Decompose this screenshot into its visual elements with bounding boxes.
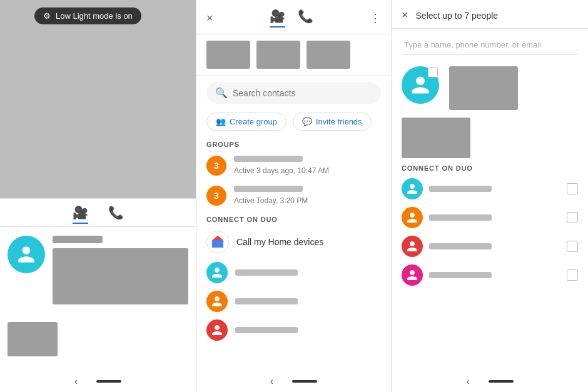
- home-devices-row[interactable]: Call my Home devices: [196, 226, 391, 258]
- p2-tabs: 🎥 📞: [223, 9, 360, 28]
- contact-avatar-1: [206, 262, 228, 283]
- search-placeholder-text: Type a name, phone number, or email: [402, 40, 541, 49]
- nav-back[interactable]: ‹: [466, 376, 469, 387]
- search-input[interactable]: [233, 88, 372, 98]
- p1-contact-row: [0, 319, 196, 359]
- tab-phone[interactable]: 📞: [298, 9, 313, 28]
- p3-contact-avatar-3: [402, 236, 423, 257]
- p3-contact-row-1[interactable]: [392, 174, 588, 203]
- p1-name-bar: [53, 236, 103, 243]
- p1-content: [0, 227, 196, 319]
- close-button[interactable]: ×: [402, 9, 408, 22]
- contact-name-2: [429, 214, 492, 221]
- close-button[interactable]: ×: [206, 12, 213, 25]
- p3-nav: ‹: [392, 376, 588, 387]
- contact-name-block-3: [429, 243, 560, 249]
- avatar-checkbox[interactable]: [428, 68, 438, 78]
- contact-name-2: [235, 298, 298, 304]
- group-badge-1: 3: [206, 156, 226, 176]
- contact-avatar-2: [206, 291, 228, 312]
- p2-actions: 👥 Create group 💬 Invite friends: [196, 110, 391, 137]
- p2-contact-thumbs: [196, 34, 391, 76]
- panel-mid: × 🎥 📞 ⋮ 🔍 👥 Create group 💬 Invite friend…: [196, 0, 392, 392]
- nav-back[interactable]: ‹: [74, 376, 78, 387]
- group-time-1: Active 3 days ago, 10:47 AM: [234, 166, 329, 175]
- more-menu-button[interactable]: ⋮: [370, 11, 381, 25]
- connect-section-label: CONNECT ON DUO: [196, 211, 391, 226]
- panel-title: Select up to 7 people: [416, 11, 499, 21]
- p1-tabs: 🎥 📞: [0, 199, 196, 227]
- phone-icon: 📞: [108, 205, 124, 220]
- contact-name-4: [429, 272, 492, 278]
- group-time-2: Active Today, 3:20 PM: [234, 196, 308, 205]
- search-bar[interactable]: Type a name, phone number, or email: [402, 35, 578, 55]
- p1-contact-thumb: [8, 322, 58, 356]
- contact-thumb-1: [206, 41, 250, 69]
- tab-phone[interactable]: 📞: [108, 205, 124, 224]
- video-icon: 🎥: [73, 205, 88, 220]
- preview-image-1: [449, 66, 518, 110]
- low-light-label: Low Light mode is on: [56, 11, 133, 21]
- group-info-2: Active Today, 3:20 PM: [234, 186, 381, 206]
- video-icon: 🎥: [270, 9, 285, 24]
- connect-section-label: CONNECT ON DUO: [392, 161, 588, 174]
- contact-row-1[interactable]: [196, 258, 391, 287]
- selected-area: [392, 61, 588, 115]
- create-group-icon: 👥: [216, 117, 226, 126]
- contact-name-3: [235, 327, 298, 333]
- contact-name-1: [429, 186, 492, 192]
- tab-video[interactable]: 🎥: [270, 9, 285, 28]
- p1-img-block: [53, 248, 188, 304]
- p3-contact-row-2[interactable]: [392, 203, 588, 232]
- avatar: [8, 236, 45, 273]
- contact-thumb-2: [256, 41, 300, 69]
- low-light-badge: ⚙ Low Light mode is on: [34, 8, 141, 24]
- group-info-1: Active 3 days ago, 10:47 AM: [234, 156, 381, 176]
- gear-icon: ⚙: [43, 11, 51, 21]
- nav-pill: [489, 380, 514, 383]
- tab-video[interactable]: 🎥: [73, 205, 88, 224]
- invite-friends-button[interactable]: 💬 Invite friends: [293, 113, 372, 131]
- group-row-1[interactable]: 3 Active 3 days ago, 10:47 AM: [196, 151, 391, 181]
- contact-checkbox-3[interactable]: [567, 241, 578, 252]
- p1-right: [53, 236, 188, 311]
- contact-checkbox-4[interactable]: [567, 269, 578, 281]
- nav-pill: [292, 380, 317, 383]
- panel-left: ⚙ Low Light mode is on 🎥 📞 ‹: [0, 0, 196, 392]
- invite-friends-label: Invite friends: [316, 117, 362, 126]
- search-icon: 🔍: [215, 87, 228, 99]
- contact-name-block-1: [429, 186, 560, 192]
- contact-thumb-3: [307, 41, 350, 69]
- nav-back[interactable]: ‹: [270, 376, 273, 387]
- contact-name-1: [235, 269, 298, 276]
- panel-right: × Select up to 7 people Type a name, pho…: [392, 0, 588, 392]
- contact-row-2[interactable]: [196, 287, 391, 316]
- groups-section-label: GROUPS: [196, 137, 391, 151]
- p3-contact-avatar-2: [402, 207, 423, 228]
- p2-nav: ‹: [196, 376, 391, 387]
- phone-icon: 📞: [298, 9, 313, 24]
- preview-image-2: [402, 118, 470, 158]
- panel-left-bottom: 🎥 📞 ‹: [0, 198, 196, 392]
- p1-nav: ‹: [0, 376, 196, 387]
- create-group-button[interactable]: 👥 Create group: [206, 113, 286, 131]
- nav-pill: [96, 380, 121, 383]
- p3-contact-avatar-4: [402, 264, 423, 286]
- group-row-2[interactable]: 3 Active Today, 3:20 PM: [196, 181, 391, 211]
- group-name-1: [234, 156, 303, 162]
- p2-header: × 🎥 📞 ⋮: [196, 0, 391, 34]
- contact-row-3[interactable]: [196, 316, 391, 344]
- search-bar[interactable]: 🔍: [206, 82, 381, 104]
- contact-name-block-4: [429, 272, 560, 278]
- contact-checkbox-2[interactable]: [567, 212, 578, 223]
- create-group-label: Create group: [230, 117, 277, 126]
- home-device-label: Call my Home devices: [236, 237, 323, 247]
- p3-contact-avatar-1: [402, 178, 423, 199]
- group-badge-2: 3: [206, 186, 226, 206]
- p3-contact-row-4[interactable]: [392, 261, 588, 289]
- contact-avatar-3: [206, 319, 228, 341]
- contact-checkbox-1[interactable]: [567, 183, 578, 194]
- p3-contact-row-3[interactable]: [392, 232, 588, 261]
- contact-name-3: [429, 243, 492, 249]
- avatar-wrap: [402, 66, 439, 104]
